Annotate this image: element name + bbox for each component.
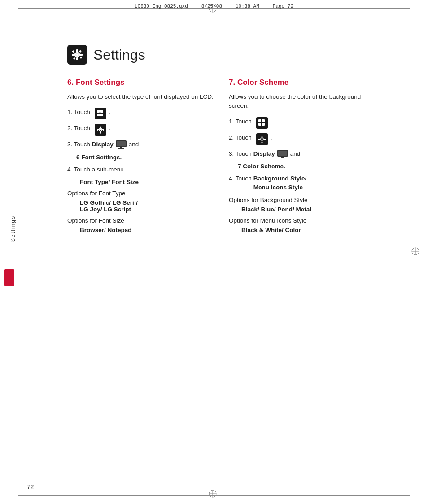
font-step-2-num: 2. Touch <box>67 124 90 133</box>
font-settings-description: Allows you to select the type of font di… <box>67 92 215 101</box>
font-options-label-1: Options for Font Type <box>67 190 215 197</box>
svg-rect-53 <box>278 151 287 156</box>
color-step-2-num: 2. Touch <box>229 133 252 142</box>
font-step-2: 2. Touch <box>67 124 215 136</box>
font-sub-title: Font Type/ Font Size <box>80 179 215 185</box>
font-settings-heading: 6. Font Settings <box>67 78 215 87</box>
color-step-2-period: . <box>271 133 272 142</box>
font-step-2-gear-icon <box>95 124 106 136</box>
reg-mark-bottom <box>208 489 217 500</box>
color-step-4: 4. Touch Background Style/Menu Icons Sty… <box>229 174 377 193</box>
two-columns: 6. Font Settings Allows you to select th… <box>67 78 406 238</box>
color-step-4-prefix: 4. Touch <box>229 174 252 183</box>
reg-mark-right <box>411 247 420 258</box>
font-step-4: 4. Touch a sub-menu. <box>67 165 215 174</box>
color-step-2-gear-icon <box>256 133 268 145</box>
svg-point-43 <box>262 138 262 139</box>
color-step-1-num: 1. Touch <box>229 117 252 126</box>
svg-rect-14 <box>72 54 74 56</box>
font-step-1-num: 1. Touch <box>67 108 90 117</box>
svg-rect-30 <box>100 126 101 128</box>
page-title: Settings <box>93 47 145 63</box>
color-step-3-display-icon <box>277 149 288 158</box>
font-step-3-suffix: and <box>129 140 139 149</box>
svg-rect-37 <box>118 148 124 149</box>
svg-rect-39 <box>262 119 265 122</box>
column-color-scheme: 7. Color Scheme Allows you to choose the… <box>229 78 377 238</box>
color-step-4-period: . <box>306 174 308 183</box>
font-step-1: 1. Touch . <box>67 108 215 119</box>
header-time: 10:38 AM <box>236 4 259 9</box>
svg-rect-38 <box>258 119 261 122</box>
svg-rect-18 <box>73 57 76 60</box>
color-step-1-period: . <box>271 117 272 126</box>
font-step-1-grid-icon <box>95 108 106 119</box>
column-font-settings: 6. Font Settings Allows you to select th… <box>67 78 215 238</box>
svg-rect-22 <box>97 114 100 116</box>
svg-point-11 <box>76 54 78 56</box>
color-options-label-1: Options for Background Style <box>229 197 377 203</box>
page-number: 72 <box>27 483 34 491</box>
sidebar-label: Settings <box>10 215 16 242</box>
svg-rect-13 <box>76 57 78 60</box>
color-step-1: 1. Touch . <box>229 117 377 129</box>
font-step-3-6font: 6 Font Settings. <box>76 154 215 161</box>
svg-rect-33 <box>100 132 101 134</box>
header-filename: LG830_Eng_0825.qxd <box>135 4 188 9</box>
color-options-bold-2: Black & White/ Color <box>241 227 377 233</box>
header-page: Page 72 <box>273 4 293 9</box>
color-step-1-grid-icon <box>256 117 268 129</box>
font-step-3: 3. Touch Display and <box>67 140 215 149</box>
svg-rect-35 <box>117 141 126 146</box>
svg-rect-16 <box>72 50 74 53</box>
font-step-3-display: Display <box>92 140 114 149</box>
font-step-3-display-icon <box>115 140 127 149</box>
svg-rect-40 <box>258 123 261 126</box>
color-options-label-2: Options for Menu Icons Style <box>229 217 377 224</box>
main-content: Settings 6. Font Settings Allows you to … <box>27 18 406 486</box>
color-step-2: 2. Touch <box>229 133 377 145</box>
header-date: 8/25/08 <box>201 4 222 9</box>
color-step-3-7color: 7 Color Scheme. <box>238 163 377 170</box>
color-step-3-display: Display <box>253 149 275 158</box>
font-options-label-2: Options for Font Size <box>67 217 215 224</box>
color-step-4-bold: Background Style/Menu Icons Style <box>253 174 307 193</box>
svg-rect-48 <box>261 136 263 137</box>
font-options-bold-1: LG Gothic/ LG Serif/LG Joy/ LG Script <box>80 199 215 213</box>
color-step-3-num: 3. Touch <box>229 149 252 158</box>
font-step-3-num: 3. Touch <box>67 140 90 149</box>
svg-rect-23 <box>100 114 103 116</box>
svg-rect-12 <box>76 49 78 52</box>
font-options-bold-2: Browser/ Notepad <box>80 227 215 233</box>
svg-rect-19 <box>80 56 83 59</box>
svg-rect-51 <box>261 141 263 143</box>
svg-rect-17 <box>79 50 82 53</box>
color-scheme-heading: 7. Color Scheme <box>229 78 377 87</box>
svg-rect-41 <box>262 123 265 126</box>
color-options-bold-1: Black/ Blue/ Pond/ Metal <box>241 206 377 213</box>
color-step-3: 3. Touch Display and <box>229 149 377 158</box>
page-title-area: Settings <box>67 45 406 65</box>
settings-page-icon <box>67 45 87 65</box>
color-scheme-description: Allows you to choose the color of the ba… <box>229 92 377 111</box>
svg-rect-20 <box>97 110 100 113</box>
svg-rect-55 <box>280 158 285 158</box>
svg-rect-15 <box>80 54 83 56</box>
svg-rect-21 <box>100 110 103 113</box>
font-step-2-period: . <box>109 124 111 133</box>
header-bar: LG830_Eng_0825.qxd 8/25/08 10:38 AM Page… <box>27 4 401 9</box>
sidebar-bar <box>4 269 14 286</box>
font-step-4-text: 4. Touch a sub-menu. <box>67 165 126 174</box>
font-step-1-period: . <box>109 108 111 117</box>
color-step-3-suffix: and <box>290 149 301 158</box>
svg-point-25 <box>100 129 101 130</box>
